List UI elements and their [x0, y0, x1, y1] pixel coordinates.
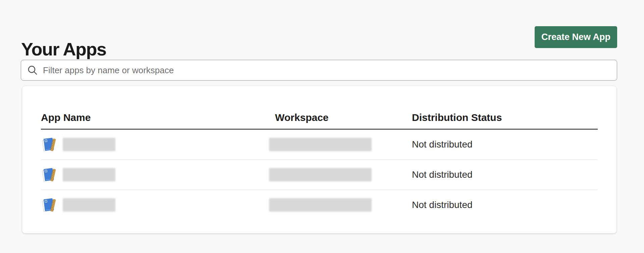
app-name-cell[interactable]	[41, 197, 269, 213]
app-name-cell[interactable]	[41, 137, 269, 153]
apps-table: App Name Workspace Distribution Status	[41, 86, 598, 220]
default-app-icon	[41, 167, 57, 183]
redacted-app-name	[63, 138, 115, 151]
filter-apps-input[interactable]	[42, 65, 611, 76]
row-status: Not distributed	[412, 169, 598, 180]
redacted-workspace-name	[269, 198, 372, 212]
column-header-app-name: App Name	[41, 112, 269, 123]
app-name-cell[interactable]	[41, 167, 269, 183]
workspace-cell	[269, 138, 412, 151]
redacted-workspace-name	[269, 138, 372, 151]
workspace-cell	[269, 198, 412, 212]
default-app-icon	[41, 197, 57, 213]
app-table-row[interactable]: Not distributed	[41, 190, 598, 220]
column-header-distribution-status: Distribution Status	[412, 112, 598, 123]
app-table-row[interactable]: Not distributed	[41, 160, 598, 190]
row-status: Not distributed	[412, 200, 598, 210]
create-new-app-button[interactable]: Create New App	[535, 26, 617, 48]
default-app-icon	[41, 137, 57, 153]
apps-table-header: App Name Workspace Distribution Status	[41, 86, 598, 130]
app-table-row[interactable]: Not distributed	[41, 130, 598, 160]
apps-table-body: Not distributed	[41, 130, 598, 220]
redacted-app-name	[63, 198, 115, 212]
page-title: Your Apps	[21, 39, 106, 59]
column-header-workspace: Workspace	[269, 112, 412, 123]
workspace-cell	[269, 168, 412, 181]
redacted-app-name	[63, 168, 115, 181]
redacted-workspace-name	[269, 168, 372, 181]
row-status: Not distributed	[412, 139, 598, 150]
filter-apps-searchbar[interactable]	[21, 60, 617, 81]
apps-card: App Name Workspace Distribution Status	[22, 86, 617, 234]
search-icon	[27, 65, 38, 76]
